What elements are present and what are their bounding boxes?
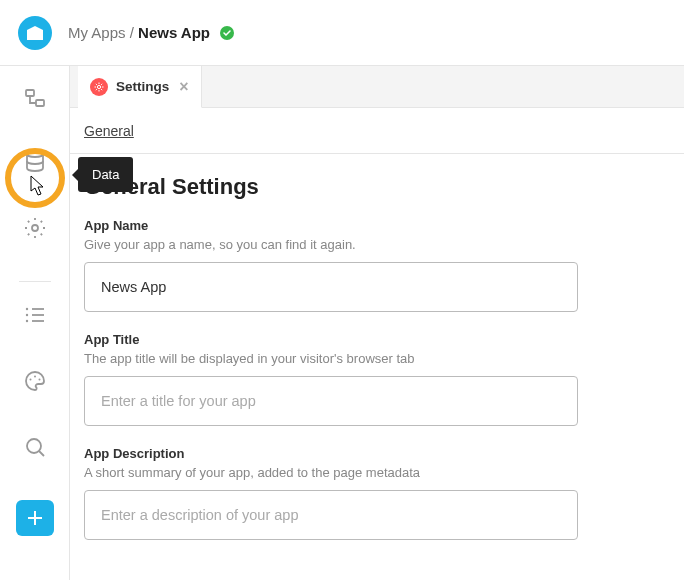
- sidebar-item-data[interactable]: [21, 148, 49, 174]
- sidebar-item-list[interactable]: [21, 302, 49, 328]
- label-app-description: App Description: [84, 446, 578, 461]
- sidebar-item-structure[interactable]: [21, 86, 49, 112]
- subnav-general[interactable]: General: [84, 123, 134, 153]
- tab-label: Settings: [116, 79, 169, 94]
- tooltip-data: Data: [78, 157, 133, 192]
- svg-line-26: [101, 83, 102, 84]
- hint-app-description: A short summary of your app, added to th…: [84, 465, 578, 480]
- close-icon[interactable]: ×: [179, 79, 188, 95]
- svg-point-4: [32, 225, 38, 231]
- sidebar-item-settings[interactable]: [21, 214, 49, 240]
- breadcrumb-sep: /: [130, 24, 134, 41]
- sidebar-separator: [19, 281, 51, 282]
- svg-rect-2: [36, 100, 44, 106]
- svg-point-12: [34, 375, 36, 377]
- sidebar-item-search[interactable]: [21, 434, 49, 460]
- svg-point-3: [27, 151, 43, 157]
- tooltip-label: Data: [92, 167, 119, 182]
- left-rail: [0, 66, 70, 580]
- field-app-name: App Name Give your app a name, so you ca…: [84, 218, 578, 312]
- svg-point-7: [25, 314, 27, 316]
- svg-point-13: [38, 378, 40, 380]
- tab-bar: Settings ×: [70, 66, 684, 108]
- settings-content: General Settings App Name Give your app …: [70, 154, 684, 580]
- hint-app-title: The app title will be displayed in your …: [84, 351, 578, 366]
- input-app-name[interactable]: [84, 262, 578, 312]
- svg-rect-1: [26, 90, 34, 96]
- svg-line-24: [101, 89, 102, 90]
- input-app-title[interactable]: [84, 376, 578, 426]
- svg-line-25: [96, 89, 97, 90]
- svg-point-18: [97, 85, 100, 88]
- breadcrumb-root[interactable]: My Apps: [68, 24, 126, 41]
- breadcrumb: My Apps / News App: [68, 24, 210, 41]
- sidebar-item-theme[interactable]: [21, 368, 49, 394]
- svg-line-23: [96, 83, 97, 84]
- label-app-name: App Name: [84, 218, 578, 233]
- svg-point-11: [29, 378, 31, 380]
- svg-point-14: [27, 439, 41, 453]
- app-logo[interactable]: [18, 16, 52, 50]
- main-area: Settings × General General Settings App …: [70, 66, 684, 580]
- svg-line-15: [39, 451, 44, 456]
- gear-icon: [90, 78, 108, 96]
- subnav: General: [70, 108, 684, 154]
- hint-app-name: Give your app a name, so you can find it…: [84, 237, 578, 252]
- section-title: General Settings: [84, 174, 670, 200]
- breadcrumb-current: News App: [138, 24, 210, 41]
- field-app-description: App Description A short summary of your …: [84, 446, 578, 540]
- input-app-description[interactable]: [84, 490, 578, 540]
- header: My Apps / News App: [0, 0, 684, 66]
- tab-settings[interactable]: Settings ×: [78, 66, 202, 108]
- label-app-title: App Title: [84, 332, 578, 347]
- status-ok-icon: [220, 26, 234, 40]
- svg-point-9: [25, 320, 27, 322]
- svg-point-5: [25, 308, 27, 310]
- add-button[interactable]: [16, 500, 54, 536]
- field-app-title: App Title The app title will be displaye…: [84, 332, 578, 426]
